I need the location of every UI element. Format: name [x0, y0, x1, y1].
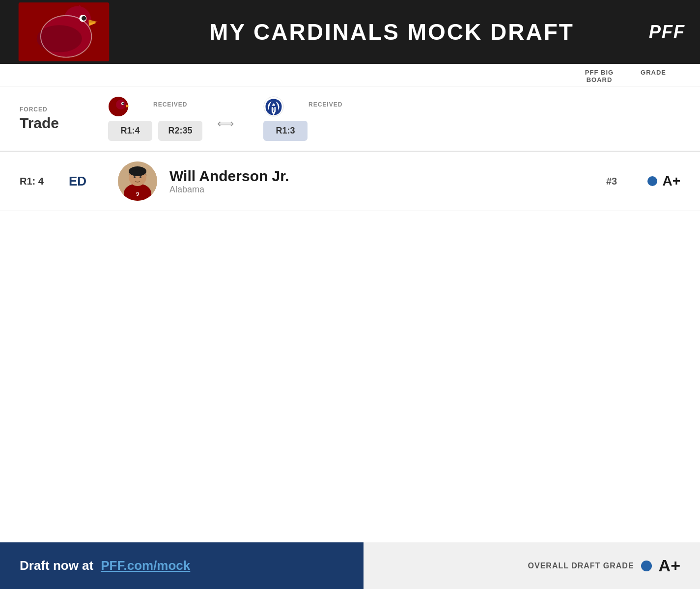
- cardinals-pick-1: R1:4: [108, 121, 152, 141]
- player-rank: #3: [592, 176, 631, 187]
- cardinals-team-logo: [17, 2, 111, 61]
- svg-point-24: [134, 176, 136, 178]
- footer-overall-label: OVERALL DRAFT GRADE: [528, 562, 634, 570]
- svg-text:9: 9: [136, 191, 139, 197]
- trade-text: Trade: [20, 115, 59, 131]
- footer-grade-dot-icon: [641, 561, 652, 571]
- colts-icon: [263, 96, 284, 117]
- page-footer: Draft now at PFF.com/mock OVERALL DRAFT …: [0, 542, 700, 589]
- player-avatar: 9: [118, 161, 157, 201]
- player-info: Will Anderson Jr. Alabama: [169, 168, 592, 195]
- position-badge: ED: [69, 174, 108, 189]
- page-title: MY CARDINALS MOCK DRAFT: [98, 19, 685, 45]
- forced-label-text: FORCED: [20, 106, 93, 113]
- svg-point-9: [37, 25, 82, 52]
- svg-point-23: [129, 166, 146, 176]
- trade-arrow-icon: ⟺: [217, 117, 234, 131]
- colts-trade-block: RECEIVED R1:3: [263, 96, 342, 141]
- colts-picks-row: R1:3: [263, 121, 308, 141]
- pff-logo: PFF: [649, 22, 685, 42]
- cardinals-picks-row: R1:4 R2:35: [108, 121, 202, 141]
- footer-draft-text: Draft now at: [20, 558, 93, 573]
- svg-point-15: [122, 103, 124, 105]
- pick-number: R1: 4: [20, 176, 69, 187]
- svg-point-25: [140, 176, 141, 178]
- cardinals-received-label: RECEIVED: [153, 101, 187, 108]
- grade-value: A+: [662, 173, 680, 189]
- grade-header: GRADE: [626, 69, 680, 83]
- big-board-header: PFF BIG BOARD: [572, 69, 626, 83]
- player-name: Will Anderson Jr.: [169, 168, 592, 185]
- footer-left-section: Draft now at PFF.com/mock: [0, 542, 364, 589]
- column-headers: PFF BIG BOARD GRADE: [0, 64, 700, 86]
- cardinals-pick-2: R2:35: [158, 121, 202, 141]
- trade-section: FORCED Trade RECEIVED R1:4 R2:35 ⟺: [0, 86, 700, 152]
- colts-received-label: RECEIVED: [308, 101, 342, 108]
- player-school: Alabama: [169, 185, 592, 195]
- cardinals-trade-block: RECEIVED R1:4 R2:35: [108, 96, 202, 141]
- footer-right-section: OVERALL DRAFT GRADE A+: [364, 542, 700, 589]
- table-row: R1: 4 ED 9: [0, 152, 700, 211]
- forced-trade-label: FORCED Trade: [20, 106, 93, 132]
- footer-pff-link[interactable]: PFF.com/mock: [101, 558, 190, 573]
- colts-small-logo: [263, 96, 284, 117]
- footer-overall-grade: A+: [659, 556, 680, 575]
- cardinals-icon: [108, 96, 129, 117]
- draft-picks-list: R1: 4 ED 9: [0, 152, 700, 211]
- grade-dot-icon: [647, 176, 657, 186]
- player-photo: 9: [118, 161, 157, 201]
- page-header: MY CARDINALS MOCK DRAFT PFF: [0, 0, 700, 64]
- cardinals-small-logo: [108, 96, 129, 117]
- grade-block: A+: [631, 173, 680, 189]
- colts-pick-1: R1:3: [263, 121, 308, 141]
